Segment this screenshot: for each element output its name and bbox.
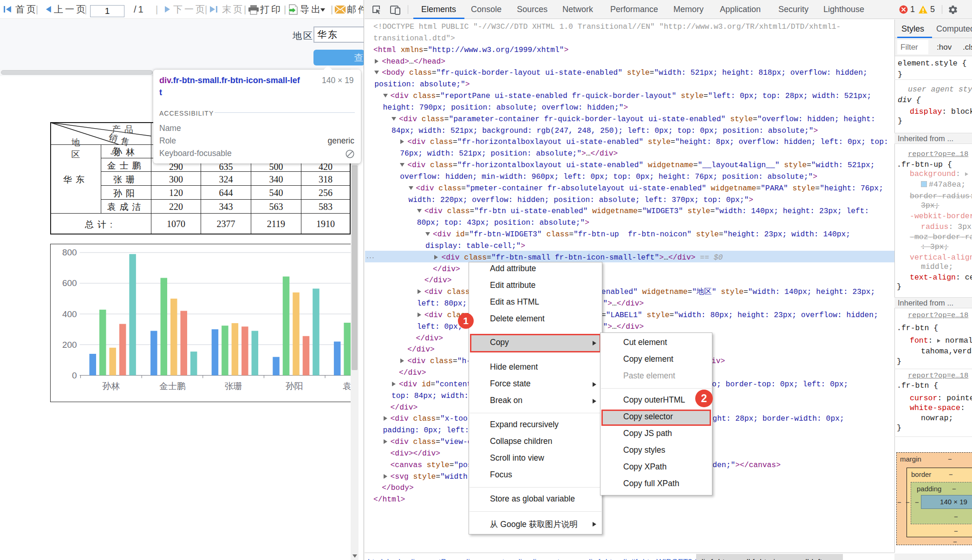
svg-text:400: 400 (62, 309, 77, 319)
svg-text:张珊: 张珊 (225, 381, 242, 391)
svg-text:600: 600 (62, 278, 77, 288)
svg-text:800: 800 (62, 247, 77, 257)
svg-text:孙林: 孙林 (102, 381, 120, 391)
svg-text:金士鹏: 金士鹏 (159, 381, 186, 391)
svg-text:0: 0 (72, 371, 77, 380)
svg-text:200: 200 (62, 340, 77, 350)
svg-text:孙阳: 孙阳 (286, 381, 303, 391)
